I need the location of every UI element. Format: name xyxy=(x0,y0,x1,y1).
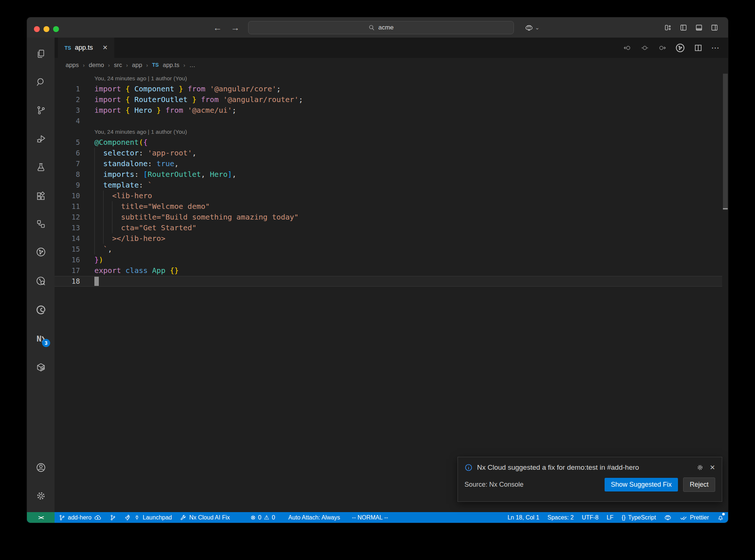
formatter-item[interactable]: Prettier xyxy=(676,512,713,523)
problems-item[interactable]: ⊗ 0 ⚠ 0 xyxy=(247,512,279,523)
code-line[interactable]: 18 xyxy=(55,276,722,287)
code-line[interactable]: 1import { Component } from '@angular/cor… xyxy=(55,84,722,94)
more-actions-icon[interactable]: ⋯ xyxy=(711,43,720,53)
code-text: subtitle="Build something amazing today" xyxy=(94,212,299,223)
container-tools-icon[interactable] xyxy=(27,360,55,374)
code-line[interactable]: 13 cta="Get Started" xyxy=(55,223,722,233)
nx-cloud-fix-item[interactable]: Nx Cloud AI Fix xyxy=(176,512,234,523)
code-line[interactable]: 8 imports: [RouterOutlet, Hero], xyxy=(55,169,722,180)
command-center-search[interactable]: acme xyxy=(248,21,514,34)
window-controls xyxy=(34,26,59,32)
tab-app-ts[interactable]: TS app.ts ✕ xyxy=(58,38,114,58)
extensions-icon[interactable] xyxy=(27,189,55,203)
breadcrumb-item[interactable]: src xyxy=(114,62,122,69)
git-graph-item[interactable] xyxy=(105,512,120,523)
code-line[interactable]: 9 template: ` xyxy=(55,180,722,190)
copilot-icon xyxy=(525,23,533,32)
code-line[interactable]: 3import { Hero } from '@acme/ui'; xyxy=(55,105,722,116)
code-line[interactable]: 12 subtitle="Build something amazing tod… xyxy=(55,212,722,223)
minimize-window-button[interactable] xyxy=(44,26,49,32)
double-check-icon xyxy=(680,514,687,521)
line-number: 8 xyxy=(55,169,80,180)
previous-change-icon[interactable] xyxy=(623,43,632,52)
indentation-item[interactable]: Spaces: 2 xyxy=(543,512,578,523)
code-line[interactable]: 17export class App {} xyxy=(55,265,722,276)
git-branch-icon xyxy=(59,514,65,521)
breadcrumb-item[interactable]: demo xyxy=(89,62,104,69)
close-tab-icon[interactable]: ✕ xyxy=(102,44,108,52)
eol-item[interactable]: LF xyxy=(602,512,617,523)
code-line[interactable]: 5@Component({ xyxy=(55,137,722,148)
code-text: cta="Get Started" xyxy=(94,223,196,233)
customize-layout-icon[interactable] xyxy=(664,24,672,32)
code-line[interactable]: 15 `, xyxy=(55,244,722,255)
notification-settings-gear-icon[interactable] xyxy=(696,464,704,471)
run-debug-icon[interactable] xyxy=(27,132,55,146)
encoding-item[interactable]: UTF-8 xyxy=(578,512,602,523)
project-nodes-icon[interactable] xyxy=(27,217,55,231)
code-line[interactable]: 7 standalone: true, xyxy=(55,158,722,169)
settings-gear-icon[interactable] xyxy=(27,489,55,503)
overview-ruler-cursor-mark xyxy=(723,208,728,209)
vim-block-cursor xyxy=(94,277,99,286)
launchpad-item[interactable]: Launchpad xyxy=(120,512,176,523)
nx-badge: 3 xyxy=(42,339,50,347)
toggle-panel-icon[interactable] xyxy=(695,24,703,32)
blame-annotation[interactable]: You, 24 minutes ago | 1 author (You) xyxy=(94,73,187,84)
toggle-primary-sidebar-icon[interactable] xyxy=(679,24,688,32)
zoom-window-button[interactable] xyxy=(53,26,59,32)
vim-mode-item[interactable]: -- NORMAL -- xyxy=(348,512,392,523)
close-window-button[interactable] xyxy=(34,26,40,32)
breadcrumb-item[interactable]: … xyxy=(189,62,195,69)
notifications-bell-item[interactable] xyxy=(713,512,728,523)
code-line[interactable]: 14 ></lib-hero> xyxy=(55,233,722,244)
nx-graph-action-icon[interactable] xyxy=(675,43,685,53)
accounts-icon[interactable] xyxy=(27,461,55,475)
split-editor-icon[interactable] xyxy=(694,43,703,52)
reject-button[interactable]: Reject xyxy=(683,477,715,492)
scrollbar[interactable] xyxy=(723,74,728,210)
testing-icon[interactable] xyxy=(27,160,55,174)
blame-annotation[interactable]: You, 24 minutes ago | 1 author (You) xyxy=(94,126,187,137)
line-number: 5 xyxy=(55,137,80,148)
breadcrumb-item[interactable]: app xyxy=(132,62,142,69)
code-line[interactable]: 2import { RouterOutlet } from '@angular/… xyxy=(55,94,722,105)
code-text: ></lib-hero> xyxy=(94,233,166,244)
history-forward-button[interactable]: → xyxy=(231,22,240,33)
current-change-icon[interactable] xyxy=(640,43,649,52)
copilot-menu[interactable]: ⌄ xyxy=(525,17,540,38)
explorer-icon[interactable] xyxy=(27,47,55,61)
cursor-position-item[interactable]: Ln 18, Col 1 xyxy=(504,512,543,523)
git-branch-item[interactable]: add-hero xyxy=(55,512,105,523)
code-line[interactable]: 4 xyxy=(55,116,722,126)
language-mode-item[interactable]: {} TypeScript xyxy=(617,512,660,523)
code-line[interactable]: 16}) xyxy=(55,255,722,265)
history-back-button[interactable]: ← xyxy=(213,22,222,33)
code-line[interactable]: 11 title="Welcmoe demo" xyxy=(55,201,722,212)
line-number: 12 xyxy=(55,212,80,223)
source-control-icon[interactable] xyxy=(27,103,55,117)
next-change-icon[interactable] xyxy=(658,43,667,52)
breadcrumb-item[interactable]: app.ts xyxy=(163,62,179,69)
chevron-down-icon: ⌄ xyxy=(535,24,540,31)
code-line[interactable]: 6 selector: 'app-root', xyxy=(55,148,722,158)
show-suggested-fix-button[interactable]: Show Suggested Fix xyxy=(605,478,678,491)
nx-project-details-icon[interactable] xyxy=(27,274,55,288)
code-line[interactable]: 10 <lib-hero xyxy=(55,190,722,201)
nx-console-icon[interactable]: N❯ 3 xyxy=(27,332,55,346)
search-view-icon[interactable] xyxy=(27,75,55,89)
edge-browser-icon[interactable] xyxy=(27,303,55,317)
typescript-file-icon: TS xyxy=(152,62,159,68)
copilot-status-item[interactable] xyxy=(660,512,676,523)
line-number: 10 xyxy=(55,190,80,201)
remote-indicator[interactable]: >< xyxy=(27,512,55,523)
branch-name: add-hero xyxy=(68,514,91,521)
launchpad-label: Launchpad xyxy=(143,514,172,521)
nx-graph-icon[interactable] xyxy=(27,245,55,259)
notification-close-icon[interactable]: ✕ xyxy=(710,463,715,472)
breadcrumb[interactable]: apps›demo›src›app›TSapp.ts›… xyxy=(55,58,728,72)
auto-attach-item[interactable]: Auto Attach: Always xyxy=(284,512,344,523)
toggle-secondary-sidebar-icon[interactable] xyxy=(710,24,719,32)
breadcrumb-item[interactable]: apps xyxy=(66,62,79,69)
line-number: 16 xyxy=(55,255,80,265)
